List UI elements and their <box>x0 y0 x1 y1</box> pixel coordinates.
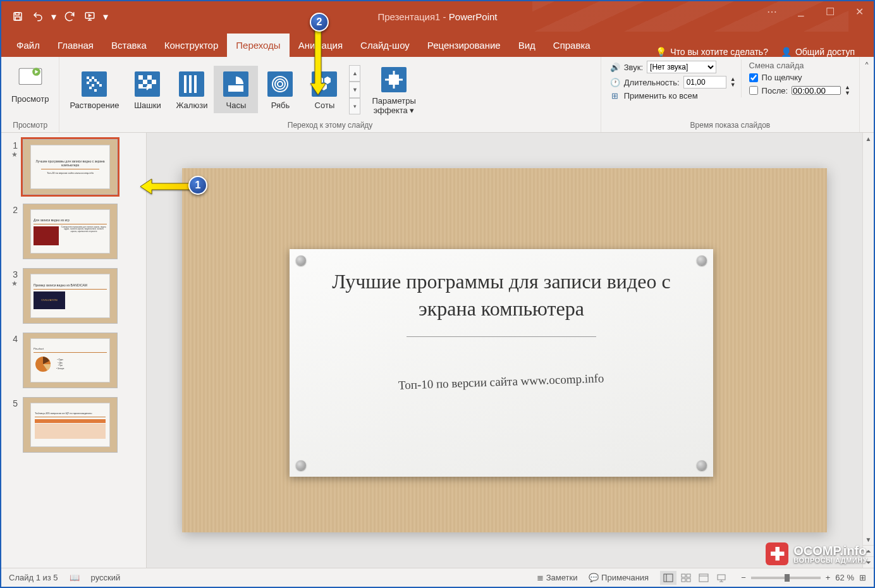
undo-dropdown-icon[interactable]: ▾ <box>51 9 57 24</box>
tab-home[interactable]: Главная <box>49 34 102 57</box>
thumbnail-1[interactable]: 1★ Лучшие программы для записи видео с э… <box>5 139 142 195</box>
scroll-up-icon[interactable]: ▲ <box>863 133 874 144</box>
tab-file[interactable]: Файл <box>8 34 49 57</box>
callout-arrow-2 <box>309 28 327 97</box>
svg-rect-24 <box>184 75 187 93</box>
apply-all-button[interactable]: Применить ко всем <box>624 91 698 101</box>
minimize-icon[interactable]: ⎯ <box>786 1 816 21</box>
tab-view[interactable]: Вид <box>510 34 544 57</box>
slideshow-view-icon[interactable] <box>713 571 730 585</box>
present-from-start-icon[interactable] <box>82 9 97 24</box>
tell-me-search[interactable]: 💡 Что вы хотите сделать? <box>656 47 768 57</box>
undo-icon[interactable] <box>30 9 46 24</box>
save-icon[interactable] <box>10 9 25 24</box>
svg-rect-20 <box>143 80 147 84</box>
thumbnail-5[interactable]: 5 Таблица-105 вопросов из ЦП по происхож… <box>5 397 142 453</box>
group-transition: Растворение Шашки Жалюзи Часы Рябь Соты <box>59 57 601 132</box>
maximize-icon[interactable]: ☐ <box>816 1 845 21</box>
preview-label: Просмотр <box>11 95 49 104</box>
svg-rect-25 <box>189 75 192 93</box>
svg-rect-39 <box>687 574 690 577</box>
slide-counter: Слайд 1 из 5 <box>9 573 58 582</box>
slide-title[interactable]: Лучшие программы для записи видео с экра… <box>315 268 688 322</box>
title-bar: ▾ ▾ Презентация1 - PowerPoint ⋯ ⎯ ☐ ✕ <box>1 1 874 32</box>
sound-label: Звук: <box>624 63 643 72</box>
status-bar: Слайд 1 из 5 📖 русский ≣ Заметки 💬 Приме… <box>1 568 874 587</box>
clock-icon: 🕐 <box>610 78 620 87</box>
title-card: Лучшие программы для записи видео с экра… <box>290 249 713 477</box>
share-icon: 👤 <box>781 47 792 57</box>
duration-spinner[interactable]: ▲▼ <box>730 77 736 88</box>
vertical-scrollbar[interactable]: ▲ ▼ ⏶ ⏷ <box>862 133 874 568</box>
effect-options-button[interactable]: Параметрыэффекта ▾ <box>365 61 422 118</box>
svg-rect-40 <box>682 579 685 582</box>
callout-bubble-1: 1 <box>188 176 207 195</box>
preview-button[interactable]: Просмотр <box>5 59 55 107</box>
divider <box>407 336 596 337</box>
svg-rect-41 <box>687 579 690 582</box>
slide-canvas[interactable]: Лучшие программы для записи видео с экра… <box>147 133 862 568</box>
after-input[interactable] <box>792 86 841 95</box>
thumbnail-3[interactable]: 3★ Пример записи видео из BANDICAMCIVILI… <box>5 268 142 324</box>
after-spinner[interactable]: ▲▼ <box>845 85 850 96</box>
slide-subtitle[interactable]: Топ-10 по версии сайта www.ocomp.info <box>398 372 604 393</box>
transition-label: Жалюзи <box>176 101 207 111</box>
tab-review[interactable]: Рецензирование <box>419 34 510 57</box>
svg-rect-19 <box>147 75 152 80</box>
svg-marker-48 <box>310 28 326 95</box>
transition-dissolve[interactable]: Растворение <box>63 66 125 113</box>
tab-design[interactable]: Конструктор <box>156 34 228 57</box>
sound-select[interactable]: [Нет звука] <box>647 61 716 73</box>
reading-view-icon[interactable] <box>695 571 712 585</box>
qat-customize-icon[interactable]: ▾ <box>102 9 109 24</box>
effect-options-label: Параметрыэффекта ▾ <box>372 97 415 116</box>
ribbon-options-icon[interactable]: ⋯ <box>757 1 786 21</box>
tab-slideshow[interactable]: Слайд-шоу <box>352 34 419 57</box>
close-icon[interactable]: ✕ <box>845 1 874 21</box>
transition-checkerboard[interactable]: Шашки <box>125 66 169 113</box>
transition-label: Шашки <box>134 101 161 111</box>
gallery-down-icon[interactable]: ▼ <box>349 82 360 98</box>
slide: Лучшие программы для записи видео с экра… <box>182 168 827 532</box>
tab-transitions[interactable]: Переходы <box>227 34 289 57</box>
transition-ripple[interactable]: Рябь <box>258 66 302 113</box>
comments-button[interactable]: 💬 Примечания <box>589 573 649 582</box>
thumbnail-2[interactable]: 2 Для записи видео из игрСовершенно прог… <box>5 204 142 259</box>
svg-rect-14 <box>92 84 94 87</box>
after-checkbox[interactable]: После: ▲▼ <box>749 85 850 96</box>
gallery-more-icon[interactable]: ▾ <box>349 98 360 114</box>
zoom-slider[interactable] <box>751 577 821 579</box>
gallery-up-icon[interactable]: ▲ <box>349 65 360 82</box>
transition-blinds[interactable]: Жалюзи <box>169 66 214 113</box>
fit-window-icon[interactable]: ⊞ <box>859 573 866 582</box>
spellcheck-icon[interactable]: 📖 <box>70 573 80 582</box>
tab-help[interactable]: Справка <box>544 34 599 57</box>
sound-icon: 🔊 <box>610 63 620 72</box>
zoom-control: − + 62 % ⊞ <box>741 573 866 582</box>
svg-rect-18 <box>138 75 143 80</box>
thumbnail-4[interactable]: 4 Pie-chart• Один• Два• Три• Четыре <box>5 333 142 388</box>
duration-input[interactable] <box>683 76 726 89</box>
zoom-in-icon[interactable]: + <box>826 573 831 582</box>
transition-label: Соты <box>315 101 335 111</box>
lightbulb-icon: 💡 <box>656 47 666 57</box>
redo-icon[interactable] <box>62 9 77 24</box>
share-button[interactable]: 👤 Общий доступ <box>781 47 855 57</box>
transition-clock[interactable]: Часы <box>214 66 258 113</box>
window-title: Презентация1 - PowerPoint <box>1 11 874 22</box>
normal-view-icon[interactable] <box>660 571 676 585</box>
svg-rect-2 <box>15 17 20 20</box>
zoom-out-icon[interactable]: − <box>741 573 746 582</box>
tab-insert[interactable]: Вставка <box>102 34 156 57</box>
collapse-ribbon-icon[interactable]: ˄ <box>860 57 874 132</box>
zoom-value[interactable]: 62 % <box>835 573 854 582</box>
group-label-transition: Переход к этому слайду <box>63 119 596 131</box>
language-indicator[interactable]: русский <box>91 573 121 582</box>
sorter-view-icon[interactable] <box>678 571 694 585</box>
svg-marker-4 <box>89 15 91 16</box>
svg-point-28 <box>278 82 283 87</box>
notes-button[interactable]: ≣ Заметки <box>537 573 577 582</box>
on-click-checkbox[interactable]: По щелчку <box>749 73 850 82</box>
group-preview: Просмотр Просмотр <box>1 57 59 132</box>
watermark-tag: ВОПРОСЫ АДМИНУ <box>793 557 867 564</box>
